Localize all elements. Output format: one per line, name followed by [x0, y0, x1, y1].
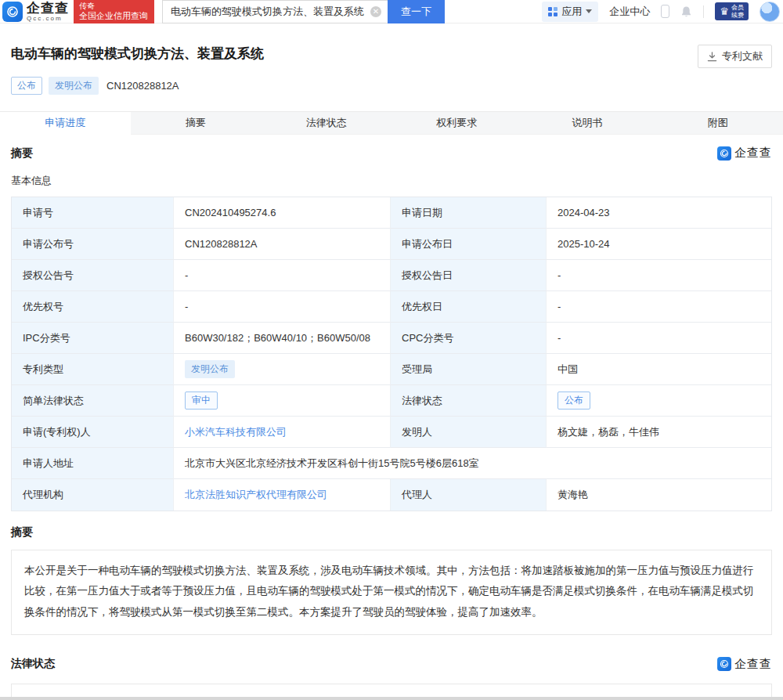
applicant-company-link[interactable]: 小米汽车科技有限公司: [185, 425, 287, 439]
table-label: 发明人: [391, 417, 547, 448]
table-label: 授权公告号: [12, 260, 174, 291]
qcc-watermark-text: 企查查: [734, 657, 772, 672]
table-label: 代理机构: [12, 479, 174, 511]
promo-banner: 传奇 全国企业信用查询: [74, 0, 154, 23]
badge-row: 公布 发明公布 CN120828812A: [11, 77, 772, 95]
table-value: 黄海艳: [547, 479, 771, 511]
qcc-watermark-text: 企查查: [734, 146, 772, 161]
abstract-text-header: 摘要: [11, 525, 772, 539]
table-label: 专利类型: [12, 354, 174, 385]
table-value: -: [174, 291, 391, 323]
agency-company-link[interactable]: 北京法胜知识产权代理有限公司: [185, 488, 327, 502]
mobile-app-icon[interactable]: [661, 5, 669, 18]
qcc-watermark-icon: [717, 146, 731, 161]
top-header: 企查查 Qcc.com 传奇 全国企业信用查询 ✕ 查一下 应用 企业中心 ♛ …: [0, 0, 783, 23]
member-line1: 会员: [731, 4, 744, 11]
abstract-section-header: 摘要 企查查: [11, 146, 772, 161]
table-value: 北京法胜知识产权代理有限公司: [174, 479, 391, 511]
basic-info-title: 基本信息: [11, 174, 772, 188]
tab-abstract[interactable]: 摘要: [131, 112, 262, 135]
user-avatar[interactable]: [760, 2, 780, 22]
table-label: 申请人地址: [12, 448, 174, 479]
bottom-edge-strip: [0, 697, 783, 700]
abstract-section-title: 摘要: [11, 146, 33, 161]
qcc-watermark: 企查查: [717, 657, 772, 672]
tab-claims[interactable]: 权利要求: [392, 112, 522, 135]
member-line2: 续费: [731, 12, 744, 19]
table-value: 2025-10-24: [547, 229, 771, 260]
table-value: 发明公布: [174, 354, 391, 385]
table-label: 授权公告日: [391, 260, 547, 291]
apps-label: 应用: [561, 5, 582, 19]
qcc-watermark: 企查查: [717, 146, 772, 161]
chevron-down-icon: [586, 9, 592, 13]
abstract-text-title: 摘要: [11, 525, 33, 539]
banner-line1: 传奇: [79, 2, 148, 12]
table-value: 中国: [547, 354, 771, 385]
table-value: CN202410495274.6: [174, 197, 391, 229]
table-label: 优先权日: [391, 291, 547, 323]
table-label: 申请号: [12, 197, 174, 229]
main-content: 电动车辆的驾驶模式切换方法、装置及系统 专利文献 公布 发明公布 CN12082…: [0, 45, 783, 700]
table-label: 优先权号: [12, 291, 174, 323]
legal-status-title: 法律状态: [11, 657, 55, 671]
logo-text: 企查查: [27, 2, 69, 15]
status-badge: 公布: [11, 77, 42, 95]
patent-document-label: 专利文献: [722, 49, 763, 63]
patent-document-button[interactable]: 专利文献: [698, 45, 772, 68]
tab-bar: 申请进度 摘要 法律状态 权利要求 说明书 附图: [0, 111, 783, 135]
table-value: 小米汽车科技有限公司: [174, 417, 391, 448]
patent-type-badge: 发明公布: [185, 360, 235, 378]
clear-search-icon[interactable]: ✕: [370, 6, 381, 17]
table-label: 申请(专利权)人: [12, 417, 174, 448]
table-value: 公布: [547, 385, 771, 417]
search-button[interactable]: 查一下: [388, 0, 445, 23]
table-label: 代理人: [391, 479, 547, 511]
qcc-logo[interactable]: 企查查 Qcc.com: [0, 2, 69, 22]
logo-subtext: Qcc.com: [27, 16, 69, 22]
tab-figures[interactable]: 附图: [652, 112, 783, 135]
table-value: 2024-04-23: [547, 197, 771, 229]
qcc-logo-icon: [2, 2, 23, 22]
page-title: 电动车辆的驾驶模式切换方法、装置及系统: [11, 45, 264, 63]
table-label: 受理局: [391, 354, 547, 385]
table-value: 杨文婕，杨磊，牛佳伟: [547, 417, 771, 448]
search-input[interactable]: [162, 0, 388, 23]
table-label: 法律状态: [391, 385, 547, 417]
table-value: -: [547, 260, 771, 291]
table-value: -: [547, 323, 771, 354]
legal-status-badge: 公布: [557, 391, 590, 410]
publication-number: CN120828812A: [106, 80, 179, 92]
tab-legal-status[interactable]: 法律状态: [261, 112, 392, 135]
table-value: B60W30/182；B60W40/10；B60W50/08: [174, 323, 391, 354]
simple-legal-status-badge: 审中: [185, 391, 218, 410]
title-row: 电动车辆的驾驶模式切换方法、装置及系统 专利文献: [11, 45, 772, 68]
table-label: 简单法律状态: [12, 385, 174, 417]
table-value: -: [547, 291, 771, 323]
banner-line2: 全国企业信用查询: [79, 11, 148, 22]
member-renew-button[interactable]: ♛ 会员 续费: [715, 2, 749, 20]
crown-icon: ♛: [720, 6, 729, 16]
abstract-text: 本公开是关于一种电动车辆的驾驶模式切换方法、装置及系统，涉及电动车辆技术领域。其…: [11, 550, 772, 635]
legal-status-header: 法律状态 企查查: [11, 657, 772, 672]
qcc-watermark-icon: [717, 657, 731, 671]
table-label: IPC分类号: [12, 323, 174, 354]
type-badge: 发明公布: [49, 77, 99, 95]
enterprise-center-link[interactable]: 企业中心: [609, 5, 650, 19]
table-value: -: [174, 260, 391, 291]
notification-bell-icon[interactable]: [680, 5, 692, 18]
table-value: CN120828812A: [174, 229, 391, 260]
table-value: 北京市大兴区北京经济技术开发区科创十街15号院5号楼6层618室: [174, 448, 771, 479]
download-icon: [707, 52, 717, 62]
table-value: 审中: [174, 385, 391, 417]
header-right-nav: 应用 企业中心 ♛ 会员 续费: [542, 2, 783, 22]
basic-info-table: 申请号 CN202410495274.6 申请日期 2024-04-23 申请公…: [11, 197, 772, 511]
table-label: CPC分类号: [391, 323, 547, 354]
tab-application-progress[interactable]: 申请进度: [0, 112, 131, 135]
search-box: ✕ 查一下: [162, 0, 445, 23]
apps-menu[interactable]: 应用: [542, 2, 598, 22]
apps-grid-icon: [548, 7, 557, 16]
table-label: 申请日期: [391, 197, 547, 229]
tab-description[interactable]: 说明书: [522, 112, 653, 135]
table-label: 申请公布号: [12, 229, 174, 260]
